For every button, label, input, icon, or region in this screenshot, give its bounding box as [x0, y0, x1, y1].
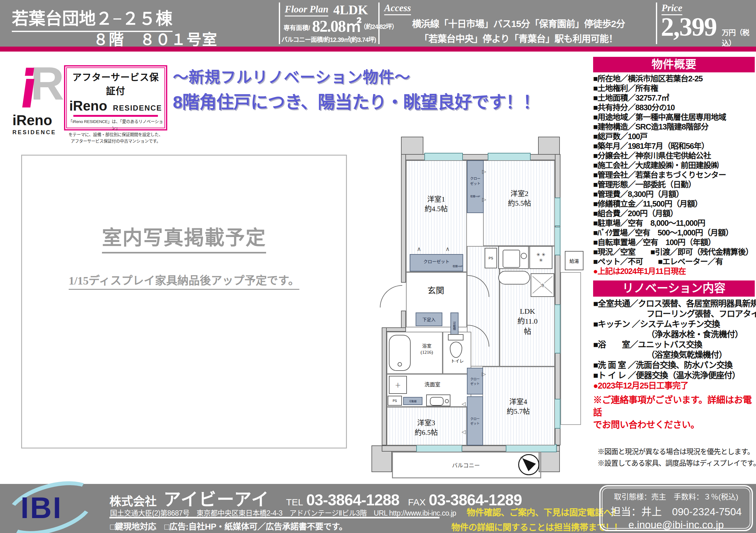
agent-contact-inner: 取引態様：売主 手数料：３％(税込) 担当：井上 090-2324-7504 e… — [602, 488, 750, 529]
renovation-title: リノベーション内容 — [622, 282, 725, 295]
balcony-label: バルコニー — [452, 461, 480, 469]
badge-rule — [73, 115, 158, 117]
ps-label: PS — [392, 399, 397, 402]
closet-label: クロー — [470, 416, 480, 421]
agent-contact-box: 取引態様：売主 手数料：３％(税込) 担当：井上 090-2324-7504 e… — [599, 485, 753, 531]
window — [554, 304, 560, 353]
movable-shelf-label: 可動棚 — [409, 399, 417, 403]
overview-item: ■修繕積立金／11,500円（月額） — [593, 199, 756, 209]
floor-plan: クロー ゼット 枕棚+HP クローゼット 枕棚+HP 下足入 可動棚 クロー ゼ… — [371, 137, 592, 480]
renovation-item: ■浴 室／ユニットバス交換 — [593, 340, 756, 350]
renovation-item: フローリング張替、フロアタイル張替 — [593, 309, 756, 319]
movable-shelf-2: 可動棚 — [403, 397, 422, 405]
overview-item: ■用途地域／第一種中高層住居専用地域 — [593, 113, 756, 122]
catch-copy-line2: 8階角住戸につき、陽当たり・眺望良好です！！ — [173, 89, 589, 115]
area-value: 82.08㎡ — [312, 13, 361, 36]
water-heater: 給湯 — [565, 251, 583, 270]
overview-item: ■ペット／不可 ■エレベーター／有 — [593, 257, 756, 266]
closet-label: クローゼット — [423, 258, 449, 264]
ldk-size: 約11.0 — [517, 317, 537, 325]
closet-label: ゼット — [470, 381, 480, 386]
pipe-space: PS — [485, 248, 497, 268]
drain-icon — [397, 362, 402, 367]
overview-item: ■施工会社／大成建設㈱・前田建設㈱ — [593, 161, 756, 170]
price-unit: 万円（税込） — [722, 27, 756, 48]
renovation-item: ■洗 面 室 ／洗面台交換、防水パン交換 — [593, 360, 756, 370]
stove: ✳ ✳ ✳ — [529, 246, 553, 269]
header-bar: 若葉台団地２−２５棟 ８階 ８０１号室 Floor Plan 4LDK 専有面積… — [0, 0, 756, 47]
renovation-item: （浄水器水栓・食洗機付） — [593, 330, 756, 340]
access-line1: 横浜線「十日市場」バス15分「保育園前」停徒歩2分 — [382, 16, 655, 30]
ldk-size-unit: 帖 — [524, 327, 531, 336]
balcony-area: バルコニー面積/約12.39㎡(約3.74坪) — [281, 35, 376, 44]
window — [554, 227, 560, 255]
room2-name: 洋室2 — [510, 190, 528, 197]
fridge-label: 冷 — [541, 283, 544, 288]
bath-label-2: (1216) — [420, 350, 433, 355]
access-label: Access — [384, 3, 411, 15]
room2-size: 約5.5帖 — [508, 199, 531, 207]
access-line2: 「若葉台中央」停より「青葉台」駅も利用可能！ — [382, 31, 655, 45]
room4-size: 約5.7帖 — [507, 408, 530, 415]
folding-door-icon: ∧ — [446, 245, 450, 253]
header-accent-line — [0, 47, 756, 52]
overview-title: 物件概要 — [652, 58, 696, 71]
room1-label: 洋室1 約4.5帖 — [411, 194, 461, 214]
room3-label: 洋室3 約6.5帖 — [401, 418, 451, 437]
closet-label: ゼット — [470, 181, 481, 186]
washer-icon: ＋ — [395, 380, 401, 390]
photo-placeholder-title: 室内写真掲載予定 — [102, 221, 266, 253]
pipe-space-2: PS — [388, 396, 402, 406]
badge-desc-1: 「iReno RESIDENCE」は、「愛のあるリノベーション」 — [68, 119, 164, 132]
overview-item: ■土地権利／所有権 — [593, 84, 756, 93]
room3-size: 約6.5帖 — [415, 429, 438, 436]
closet-top: クロー ゼット 枕棚+HP — [467, 160, 484, 213]
overview-item: ■管理形態／一部委託（日勤） — [593, 180, 756, 190]
side-alcove-outline — [560, 272, 581, 425]
footer-bar: IBI 株式会社 アイビーアイ TEL 03-3864-1288 FAX 03-… — [0, 484, 756, 533]
overview-item: ■共有持分／8830分の10 — [593, 103, 756, 113]
header-divider — [378, 3, 380, 44]
area-label: 専有面積/ — [284, 23, 310, 32]
toilet-label: トイレ — [444, 358, 470, 364]
overview-item: ■管理会社／若葉台まちづくりセンター — [593, 170, 756, 180]
kitchen-sink — [498, 246, 529, 269]
ps-label: PS — [489, 256, 493, 260]
contact-warning: ※ご連絡事項がございます。詳細はお電話 でお問い合わせください。 — [593, 394, 756, 431]
badge-desc-3: アフターサービス保証付の中古マンションです。 — [68, 138, 164, 145]
header-divider — [279, 3, 280, 44]
bath-label-1: 浴室 — [422, 343, 431, 348]
after-service-badge: アフターサービス保証付 iReno RESIDENCE 「iReno RESID… — [64, 65, 167, 131]
shoe-box: 下足入 — [416, 313, 442, 326]
water-heater-label: 給湯 — [570, 258, 579, 264]
washer-pan-icon: ＋ — [389, 376, 407, 394]
door-swing-icon: ▷ — [482, 168, 486, 175]
washroom-label: 洗面室 — [414, 381, 451, 389]
footer-bottom-text: □鍵現地対応 □広告:自社HP・紙媒体可／広告承諾書不要です。 — [110, 520, 347, 532]
header-divider — [656, 3, 657, 44]
catch-copy: ～新規フルリノベーション物件～ 8階角住戸につき、陽当たり・眺望良好です！！ — [173, 66, 589, 115]
entrance-label: 玄関 — [419, 285, 453, 296]
window — [424, 153, 463, 161]
door-swing-icon: ◁ — [462, 429, 466, 435]
license-row: 国土交通大臣(2)第8687号 東京都中央区東日本橋2-4-3 アドバンテージⅡ… — [110, 506, 620, 518]
renovation-title-bar: リノベーション内容 — [593, 280, 755, 297]
photo-placeholder-caption: 1/15ディスプレイ家具納品後アップ予定です。 — [69, 271, 299, 290]
renovation-complete-note: ●2023年12月25日工事完了 — [593, 381, 756, 391]
closet-label: ゼット — [470, 421, 480, 425]
ibi-logo: IBI — [20, 491, 63, 525]
door-swing-icon: ◁ — [462, 401, 466, 407]
fixed-phone-notice: 物件確認、ご案内、下見は固定電話へ！ — [467, 506, 620, 518]
closet-room1: クローゼット 枕棚+HP — [410, 254, 463, 271]
overview-item: ■駐車場／空有 8,000～11,000円 — [593, 218, 756, 228]
ldk-name: LDK — [520, 307, 535, 315]
closet-low-2: クロー ゼット — [467, 396, 483, 445]
disclaimer-notes: ※図面と現況が異なる場合は現況を優先とします。 ※設置してある家具、調度品等はデ… — [598, 446, 755, 469]
badge-brand-sub: RESIDENCE — [113, 104, 162, 112]
faucet-icon — [445, 399, 449, 403]
ireno-r-icon: R — [31, 57, 64, 110]
renovation-item: ■ト イ レ ／便器交換（温水洗浄便座付） — [593, 370, 756, 381]
overview-item: ■現況／空室 ■引渡／即可（残代金精算後） — [593, 247, 756, 257]
ireno-logo: R iReno RESIDENCE — [11, 61, 62, 139]
disclaimer-line2: ※設置してある家具、調度品等はディスプレイです。 — [598, 458, 755, 469]
